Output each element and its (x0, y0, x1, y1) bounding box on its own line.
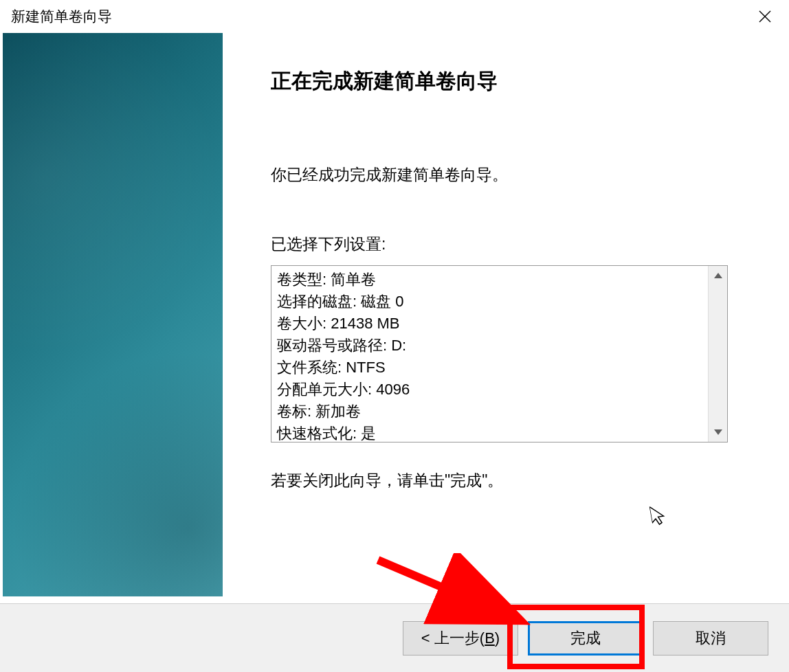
settings-line: 卷类型: 简单卷 (277, 269, 702, 291)
finish-button[interactable]: 完成 (528, 621, 643, 656)
window-title: 新建简单卷向导 (11, 7, 112, 26)
settings-line: 分配单元大小: 4096 (277, 379, 702, 401)
back-button[interactable]: < 上一步(B) (403, 621, 518, 656)
settings-line: 快速格式化: 是 (277, 423, 702, 442)
settings-line: 卷大小: 21438 MB (277, 313, 702, 335)
wizard-sidebar-graphic (3, 33, 223, 596)
wizard-heading: 正在完成新建简单卷向导 (271, 67, 748, 96)
svg-marker-3 (714, 429, 722, 435)
settings-line: 驱动器号或路径: D: (277, 335, 702, 357)
wizard-main-panel: 正在完成新建简单卷向导 你已经成功完成新建简单卷向导。 已选择下列设置: 卷类型… (223, 33, 789, 603)
scroll-up-icon[interactable] (709, 266, 727, 285)
settings-content: 卷类型: 简单卷 选择的磁盘: 磁盘 0 卷大小: 21438 MB 驱动器号或… (271, 266, 708, 442)
scrollbar[interactable] (708, 266, 727, 442)
wizard-description: 你已经成功完成新建简单卷向导。 (271, 164, 748, 186)
wizard-content: 正在完成新建简单卷向导 你已经成功完成新建简单卷向导。 已选择下列设置: 卷类型… (0, 33, 789, 603)
scroll-down-icon[interactable] (709, 423, 727, 442)
closing-hint: 若要关闭此向导，请单击"完成"。 (271, 470, 748, 491)
cancel-button[interactable]: 取消 (653, 621, 768, 656)
settings-line: 选择的磁盘: 磁盘 0 (277, 291, 702, 313)
settings-line: 文件系统: NTFS (277, 357, 702, 379)
finish-label: 完成 (570, 628, 601, 649)
settings-line: 卷标: 新加卷 (277, 401, 702, 423)
wizard-button-bar: < 上一步(B) 完成 取消 (0, 603, 789, 672)
back-label-prefix: < 上一步( (421, 628, 485, 649)
close-button[interactable] (749, 3, 781, 30)
cancel-label: 取消 (696, 628, 726, 649)
settings-listbox[interactable]: 卷类型: 简单卷 选择的磁盘: 磁盘 0 卷大小: 21438 MB 驱动器号或… (271, 265, 728, 443)
settings-label: 已选择下列设置: (271, 234, 748, 255)
back-label-suffix: ) (495, 629, 500, 647)
titlebar: 新建简单卷向导 (0, 0, 789, 33)
scroll-thumb[interactable] (709, 285, 727, 423)
close-icon (759, 5, 771, 27)
back-label-key: B (485, 629, 495, 647)
svg-marker-2 (714, 273, 722, 278)
